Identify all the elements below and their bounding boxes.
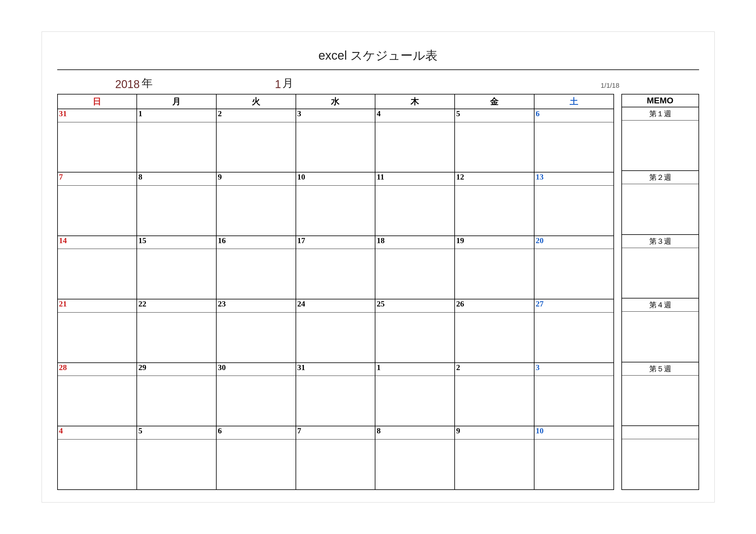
day-number-cell: 17 xyxy=(296,236,375,249)
header-fri: 金 xyxy=(455,94,534,109)
day-number-cell: 20 xyxy=(534,236,614,249)
day-number-cell: 29 xyxy=(137,363,216,376)
week-number-row: 28293031123 xyxy=(58,363,614,376)
header-sat: 土 xyxy=(534,94,614,109)
day-header-row: 日 月 火 水 木 金 土 xyxy=(58,94,614,109)
day-body-cell xyxy=(58,186,137,236)
week-number-row: 45678910 xyxy=(58,426,614,439)
day-number-cell: 8 xyxy=(375,426,455,439)
day-number-cell: 23 xyxy=(216,299,296,312)
day-number-cell: 22 xyxy=(137,299,216,312)
day-body-cell xyxy=(58,376,137,426)
day-number-cell: 2 xyxy=(216,109,296,122)
day-number-cell: 14 xyxy=(58,236,137,249)
day-number-cell: 30 xyxy=(216,363,296,376)
day-body-cell xyxy=(58,439,137,490)
day-body-cell xyxy=(216,186,296,236)
day-number-cell: 5 xyxy=(137,426,216,439)
memo-table: MEMO 第１週第２週第３週第４週第５週 xyxy=(621,94,699,490)
day-body-cell xyxy=(296,249,375,299)
day-body-cell xyxy=(375,376,455,426)
day-body-cell xyxy=(455,439,534,490)
day-body-cell xyxy=(455,186,534,236)
day-number-cell: 19 xyxy=(455,236,534,249)
memo-week-label: 第１週 xyxy=(622,107,699,120)
day-number-cell: 5 xyxy=(455,109,534,122)
day-body-cell xyxy=(534,249,614,299)
day-body-cell xyxy=(534,439,614,490)
day-body-cell xyxy=(216,439,296,490)
day-number-cell: 31 xyxy=(58,109,137,122)
memo-week-label: 第４週 xyxy=(622,298,699,311)
day-number-cell: 6 xyxy=(216,426,296,439)
header-wed: 水 xyxy=(296,94,375,109)
month-value: 1 xyxy=(275,78,281,91)
day-body-cell xyxy=(455,249,534,299)
header-thu: 木 xyxy=(375,94,455,109)
day-body-cell xyxy=(455,376,534,426)
calendar-table: 日 月 火 水 木 金 土 31123456789101112131415161… xyxy=(57,94,614,490)
memo-week-body xyxy=(622,439,699,490)
day-body-cell xyxy=(216,376,296,426)
day-number-cell: 18 xyxy=(375,236,455,249)
reference-date: 1/1/18 xyxy=(601,82,619,90)
day-number-cell: 9 xyxy=(455,426,534,439)
week-number-row: 21222324252627 xyxy=(58,299,614,312)
day-body-cell xyxy=(137,312,216,362)
day-body-cell xyxy=(455,312,534,362)
day-number-cell: 4 xyxy=(375,109,455,122)
day-body-cell xyxy=(296,376,375,426)
day-number-cell: 15 xyxy=(137,236,216,249)
week-number-row: 14151617181920 xyxy=(58,236,614,249)
memo-week-label: 第２週 xyxy=(622,171,699,184)
memo-header: MEMO xyxy=(622,94,699,107)
week-number-row: 78910111213 xyxy=(58,172,614,185)
header-tue: 火 xyxy=(216,94,296,109)
day-body-cell xyxy=(58,122,137,172)
memo-week-body xyxy=(622,248,699,298)
day-number-cell: 28 xyxy=(58,363,137,376)
day-body-cell xyxy=(216,122,296,172)
day-body-cell xyxy=(375,439,455,490)
day-number-cell: 21 xyxy=(58,299,137,312)
grid-wrap: 日 月 火 水 木 金 土 31123456789101112131415161… xyxy=(57,94,699,490)
day-number-cell: 4 xyxy=(58,426,137,439)
week-body-row xyxy=(58,376,614,426)
day-number-cell: 8 xyxy=(137,172,216,185)
day-body-cell xyxy=(455,122,534,172)
day-number-cell: 31 xyxy=(296,363,375,376)
memo-week-body xyxy=(622,120,699,171)
day-number-cell: 1 xyxy=(137,109,216,122)
memo-week-label: 第５週 xyxy=(622,362,699,375)
header-sun: 日 xyxy=(58,94,137,109)
day-body-cell xyxy=(137,249,216,299)
week-body-row xyxy=(58,186,614,236)
page-title: excel スケジュール表 xyxy=(57,44,699,70)
day-body-cell xyxy=(137,439,216,490)
week-number-row: 31123456 xyxy=(58,109,614,122)
day-number-cell: 6 xyxy=(534,109,614,122)
day-body-cell xyxy=(137,122,216,172)
day-number-cell: 9 xyxy=(216,172,296,185)
memo-week-body xyxy=(622,184,699,235)
day-body-cell xyxy=(216,249,296,299)
day-number-cell: 16 xyxy=(216,236,296,249)
day-body-cell xyxy=(375,122,455,172)
day-body-cell xyxy=(534,122,614,172)
day-number-cell: 2 xyxy=(455,363,534,376)
day-body-cell xyxy=(58,312,137,362)
day-number-cell: 1 xyxy=(375,363,455,376)
day-body-cell xyxy=(375,312,455,362)
viewport: excel スケジュール表 2018 年 1 月 1/1/18 日 月 火 水 … xyxy=(0,0,756,534)
day-body-cell xyxy=(375,249,455,299)
day-number-cell: 11 xyxy=(375,172,455,185)
day-number-cell: 3 xyxy=(534,363,614,376)
day-number-cell: 3 xyxy=(296,109,375,122)
day-number-cell: 26 xyxy=(455,299,534,312)
day-number-cell: 7 xyxy=(296,426,375,439)
column-spacer xyxy=(614,94,621,490)
day-number-cell: 12 xyxy=(455,172,534,185)
day-body-cell xyxy=(534,186,614,236)
day-body-cell xyxy=(296,439,375,490)
day-body-cell xyxy=(137,376,216,426)
